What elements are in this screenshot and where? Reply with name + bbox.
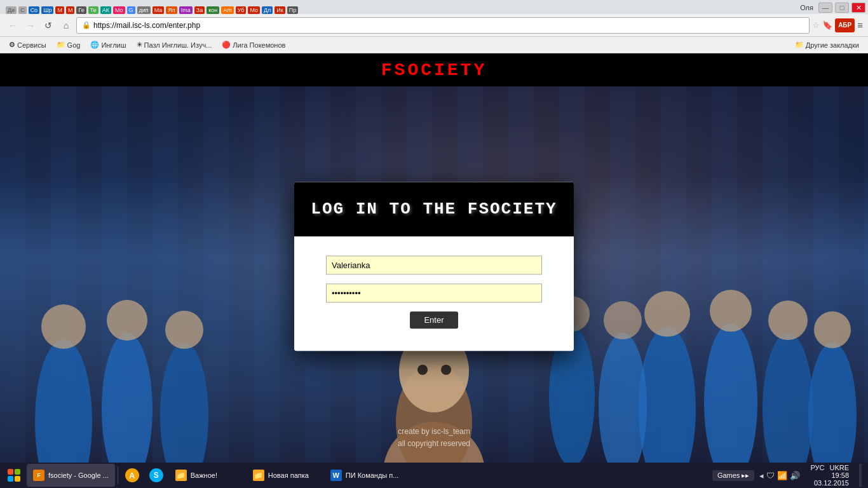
clock-area: РУС UKRE 19:58 03.12.2015: [805, 464, 854, 487]
tab-ik[interactable]: Ик: [275, 6, 285, 14]
password-input[interactable]: [326, 283, 542, 302]
tab-ya[interactable]: Яп: [166, 6, 177, 14]
tab-favicon-di[interactable]: Ди: [6, 6, 17, 14]
svg-point-2: [102, 333, 153, 463]
tab-ak[interactable]: АК: [100, 6, 111, 14]
star-icon[interactable]: ☆: [812, 20, 820, 30]
taskbar-word-label: ПИ Команды п...: [346, 471, 399, 479]
menu-icon[interactable]: ≡: [857, 20, 863, 30]
site-title: FSOCIETY: [381, 60, 487, 80]
svg-point-13: [814, 311, 851, 348]
tab-ma[interactable]: Ма: [153, 6, 165, 14]
tab-g[interactable]: G: [127, 6, 135, 14]
url-text: https://mail.isc-ls.com/enter.php: [93, 21, 200, 30]
taskbar-item-fsociety[interactable]: F fsociety - Google ...: [27, 464, 115, 487]
maximize-button[interactable]: □: [835, 3, 849, 13]
ssl-lock-icon: 🔒: [82, 21, 91, 29]
tab-favicon-s[interactable]: С: [18, 6, 27, 14]
adblock-button[interactable]: АБР: [835, 18, 855, 32]
folder-icon-novaya: 📁: [253, 470, 264, 481]
tab-dip[interactable]: дип: [137, 6, 151, 14]
tab-wrd[interactable]: Дл: [262, 6, 273, 14]
tab-am[interactable]: Am: [221, 6, 234, 14]
tab-mo2[interactable]: Мо: [248, 6, 260, 14]
reload-button[interactable]: ↺: [41, 18, 56, 33]
minimize-button[interactable]: —: [818, 3, 832, 13]
bookmark-label-gog: Gog: [67, 41, 81, 49]
username-input[interactable]: [326, 255, 542, 274]
other-bookmarks-label: Другие закладки: [806, 41, 859, 49]
tab-za[interactable]: За: [194, 6, 205, 14]
taskbar-item-avast[interactable]: A: [121, 464, 144, 487]
start-icon-green: [15, 469, 20, 475]
clock-time: 19:58: [831, 471, 849, 479]
page-content: FSOCIETY LOG IN TO THE FSOCIETY Enter cr…: [0, 53, 868, 463]
start-button[interactable]: [3, 464, 25, 487]
tab-vk2[interactable]: Шр: [41, 6, 53, 14]
bookmark-icon-nav[interactable]: 🔖: [822, 20, 832, 30]
language-indicator: РУС: [810, 464, 824, 471]
svg-point-11: [768, 301, 808, 340]
tab-m1[interactable]: М: [55, 6, 64, 14]
taskbar-vazhnoe-label: Важное!: [191, 471, 217, 479]
back-button[interactable]: ←: [5, 18, 20, 33]
svg-point-8: [704, 323, 757, 463]
svg-point-3: [107, 300, 147, 341]
tab-ima[interactable]: Ima: [179, 6, 193, 14]
enter-button[interactable]: Enter: [410, 311, 458, 329]
bookmark-pokemon[interactable]: 🔴 Лига Покемонов: [218, 39, 289, 50]
show-desktop-button[interactable]: [859, 464, 862, 487]
network-tray-icon[interactable]: 📶: [777, 471, 787, 480]
tab-m2[interactable]: М: [66, 6, 75, 14]
svg-point-4: [160, 342, 208, 463]
home-button[interactable]: ⌂: [58, 18, 74, 33]
tab-vk[interactable]: Со: [29, 6, 40, 14]
expand-tray-icon[interactable]: ◂: [759, 471, 764, 480]
tab-pr[interactable]: Пр: [287, 6, 298, 14]
footer-line2: all copyright reserved: [398, 438, 470, 450]
username-group: [326, 255, 542, 274]
other-bookmarks[interactable]: 📁 Другие закладки: [791, 39, 863, 50]
svg-point-22: [441, 365, 451, 375]
taskbar-fsociety-label: fsociety - Google ...: [48, 471, 109, 479]
layout-indicator: UKRE: [829, 464, 849, 471]
start-icon-red: [8, 469, 13, 475]
volume-tray-icon[interactable]: 🔊: [790, 471, 800, 480]
modal-title: LOG IN TO THE FSOCIETY: [307, 200, 561, 219]
taskbar-item-vazhnoe[interactable]: 📁 Важное!: [169, 464, 245, 487]
close-button[interactable]: ✕: [851, 3, 865, 13]
bookmark-icon-puzzle: ✳: [137, 41, 142, 49]
tab-kon[interactable]: кон: [207, 6, 219, 14]
bookmarks-right: 📁 Другие закладки: [791, 39, 863, 50]
antivirus-tray-icon[interactable]: 🛡: [766, 471, 775, 480]
login-modal: LOG IN TO THE FSOCIETY Enter: [294, 182, 574, 351]
start-icon-yellow: [15, 476, 20, 482]
folder-icon-vazhnoe: 📁: [175, 470, 187, 481]
svg-point-0: [35, 339, 92, 463]
tab-ub[interactable]: Уб: [236, 6, 247, 14]
bookmark-icon-inglish: 🌐: [90, 41, 99, 49]
site-header: FSOCIETY: [0, 53, 868, 86]
nav-bar-right: ☆ 🔖 АБР ≡: [812, 18, 863, 32]
bookmark-inglish[interactable]: 🌐 Инглиш: [86, 39, 130, 50]
svg-point-5: [165, 311, 203, 349]
avast-icon: A: [125, 468, 139, 482]
browser-frame: Ди С Со Шр М М Ге Те АК Мо G дип Ма Яп I…: [0, 0, 868, 488]
system-tray: ◂ 🛡 📶 🔊: [759, 471, 800, 480]
bookmark-label-servisy: Сервисы: [17, 41, 46, 49]
svg-point-9: [710, 290, 752, 332]
tab-mo[interactable]: Мо: [113, 6, 125, 14]
bookmark-puzzle[interactable]: ✳ Пазл Инглиш. Изуч...: [133, 39, 216, 50]
window-controls: Оля — □ ✕: [797, 3, 865, 14]
forward-button[interactable]: →: [23, 18, 38, 33]
games-button[interactable]: Games ▸▸: [712, 470, 755, 481]
tab-geo[interactable]: Ге: [76, 6, 86, 14]
taskbar-item-word[interactable]: W ПИ Команды п...: [324, 464, 405, 487]
bookmark-servisy[interactable]: ⚙ Сервисы: [5, 39, 50, 50]
taskbar-item-novaya[interactable]: 📁 Новая папка: [247, 464, 323, 487]
taskbar-item-skype[interactable]: S: [145, 464, 168, 487]
taskbar-separator-1: [118, 466, 118, 484]
address-bar[interactable]: 🔒 https://mail.isc-ls.com/enter.php: [76, 17, 810, 34]
bookmark-gog[interactable]: 📁 Gog: [53, 39, 85, 50]
tab-tech[interactable]: Те: [88, 6, 98, 14]
